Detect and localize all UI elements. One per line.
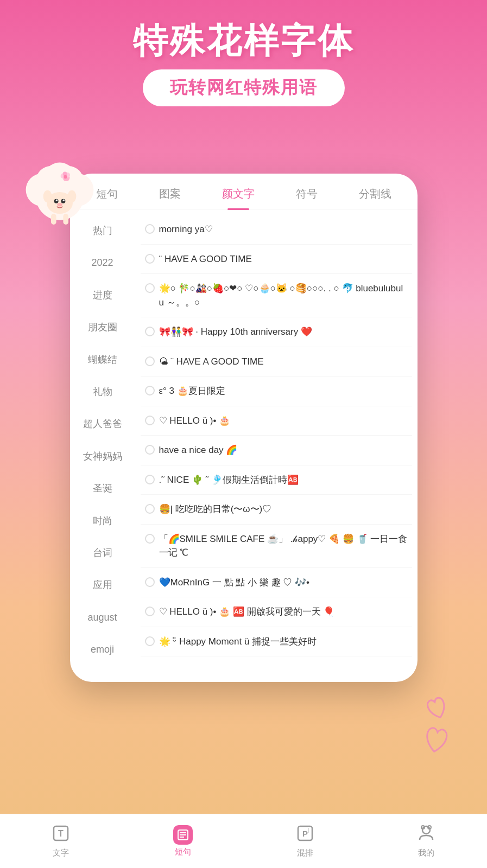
tab-分割线[interactable]: 分割线 [348, 184, 402, 203]
svg-point-30 [422, 826, 430, 834]
phrase-radio-8[interactable] [145, 475, 155, 484]
category-emoji[interactable]: emoji [70, 634, 135, 666]
phrase-text-1: ¨ HAVE A GOOD TIME [159, 252, 408, 266]
phrase-item-6[interactable]: ♡ HELLO ü )• 🎂 [141, 406, 412, 436]
category-朋友圈[interactable]: 朋友圈 [70, 311, 135, 343]
phone-frame: 短句 图案 颜文字 符号 分割线 热门 2022 进度 朋友圈 蝴蝶结 礼物 超… [70, 174, 418, 682]
phrase-item-8[interactable]: .˜ NICE 🌵 ˜ 🎐假期生活倒計時🆎 [141, 465, 412, 495]
svg-rect-20 [63, 214, 68, 225]
bottom-nav: T 文字 短句 P | 混排 [0, 814, 487, 868]
phrase-item-3[interactable]: 🎀👫🎀 · Happy 10th anniversary ❤️ [141, 317, 412, 347]
tab-分割线-label: 分割线 [359, 187, 391, 201]
phrase-text-0: morning ya♡ [159, 222, 408, 237]
category-蝴蝶结[interactable]: 蝴蝶结 [70, 344, 135, 376]
phrase-item-0[interactable]: morning ya♡ [141, 215, 412, 245]
phrase-text-13: 🌟 ᵕ̈ Happy Moment ü 捕捉一些美好时 [159, 635, 408, 649]
phrase-item-13[interactable]: 🌟 ᵕ̈ Happy Moment ü 捕捉一些美好时 [141, 627, 412, 657]
header: 特殊花样字体 玩转网红特殊用语 [0, 0, 487, 117]
phrase-text-2: 🌟○ 🎋○🎎○🍓○❤○ ♡○🧁○🐱 ○🥞○○○. . ○ 🐬 bluebulub… [159, 282, 408, 309]
category-圣诞[interactable]: 圣诞 [70, 473, 135, 505]
nav-我的[interactable]: 我的 [418, 825, 435, 858]
category-台词[interactable]: 台词 [70, 537, 135, 569]
svg-point-9 [56, 200, 58, 201]
category-进度[interactable]: 进度 [70, 279, 135, 311]
nav-短句-label: 短句 [175, 847, 191, 857]
nav-短句[interactable]: 短句 [173, 825, 193, 857]
nav-混排-icon: P | [296, 825, 314, 846]
svg-point-18 [64, 175, 67, 178]
svg-point-12 [43, 190, 52, 202]
phrase-item-2[interactable]: 🌟○ 🎋○🎎○🍓○❤○ ♡○🧁○🐱 ○🥞○○○. . ○ 🐬 bluebulub… [141, 274, 412, 317]
svg-point-11 [57, 203, 62, 206]
phrase-radio-3[interactable] [145, 327, 155, 336]
tab-图案[interactable]: 图案 [148, 184, 192, 203]
phrase-item-5[interactable]: ε° 3 🎂夏日限定 [141, 376, 412, 406]
tab-颜文字[interactable]: 颜文字 [211, 184, 265, 203]
phrase-item-11[interactable]: 💙MoRnInG 一 點 點 小 樂 趣 ♡ 🎶• [141, 568, 412, 598]
hearts-decoration [416, 692, 471, 760]
category-女神妈妈[interactable]: 女神妈妈 [70, 441, 135, 473]
category-2022[interactable]: 2022 [70, 247, 135, 279]
nav-文字[interactable]: T 文字 [52, 825, 69, 858]
phrase-radio-6[interactable] [145, 416, 155, 425]
phrase-item-10[interactable]: 「🌈SMILE SMILE CAFE ☕」 .𝒽appy♡ 🍕 🍔 🥤 一日一食… [141, 525, 412, 568]
phrase-radio-10[interactable] [145, 534, 155, 544]
content-area: 热门 2022 进度 朋友圈 蝴蝶结 礼物 超人爸爸 女神妈妈 圣诞 时尚 台词… [70, 209, 418, 671]
header-subtitle: 玩转网红特殊用语 [170, 76, 318, 100]
nav-短句-icon [173, 825, 193, 845]
phrase-item-4[interactable]: 🌤 ¨ HAVE A GOOD TIME [141, 347, 412, 377]
phrase-radio-2[interactable] [145, 283, 155, 293]
category-list: 热门 2022 进度 朋友圈 蝴蝶结 礼物 超人爸爸 女神妈妈 圣诞 时尚 台词… [70, 215, 135, 666]
phrase-radio-9[interactable] [145, 504, 155, 514]
nav-文字-label: 文字 [53, 848, 69, 858]
svg-text:T: T [58, 829, 64, 838]
category-礼物[interactable]: 礼物 [70, 376, 135, 408]
phrase-item-7[interactable]: have a nice day 🌈 [141, 436, 412, 465]
phrase-radio-11[interactable] [145, 577, 155, 587]
category-应用[interactable]: 应用 [70, 569, 135, 601]
phrase-text-7: have a nice day 🌈 [159, 443, 408, 457]
category-august[interactable]: august [70, 602, 135, 634]
phrase-radio-7[interactable] [145, 445, 155, 455]
phrase-radio-13[interactable] [145, 636, 155, 646]
category-超人爸爸[interactable]: 超人爸爸 [70, 408, 135, 440]
phrase-text-4: 🌤 ¨ HAVE A GOOD TIME [159, 355, 408, 369]
phrase-item-9[interactable]: 🍔| 吃吃吃的日常(〜ω〜)♡ [141, 495, 412, 525]
svg-text:P: P [302, 829, 308, 838]
svg-point-13 [67, 190, 76, 202]
header-title: 特殊花样字体 [11, 22, 476, 60]
nav-我的-label: 我的 [418, 848, 434, 858]
phrase-text-12: ♡ HELLO ü )• 🎂 🆎 開啟我可愛的一天 🎈 [159, 605, 408, 619]
phrase-text-6: ♡ HELLO ü )• 🎂 [159, 414, 408, 428]
nav-我的-icon [418, 825, 435, 846]
svg-point-10 [63, 200, 65, 201]
phrase-text-5: ε° 3 🎂夏日限定 [159, 384, 408, 398]
phrase-text-10: 「🌈SMILE SMILE CAFE ☕」 .𝒽appy♡ 🍕 🍔 🥤 一日一食… [159, 532, 408, 560]
phrase-item-1[interactable]: ¨ HAVE A GOOD TIME [141, 245, 412, 275]
tab-符号-label: 符号 [296, 187, 318, 201]
nav-混排-label: 混排 [297, 848, 313, 858]
tab-符号[interactable]: 符号 [285, 184, 328, 203]
tab-颜文字-label: 颜文字 [222, 187, 255, 201]
tab-图案-label: 图案 [159, 187, 181, 201]
svg-text:|: | [308, 827, 309, 833]
nav-混排[interactable]: P | 混排 [296, 825, 314, 858]
tab-bar: 短句 图案 颜文字 符号 分割线 [70, 174, 418, 209]
phrase-radio-0[interactable] [145, 224, 155, 234]
phrase-text-9: 🍔| 吃吃吃的日常(〜ω〜)♡ [159, 502, 408, 516]
phrase-radio-1[interactable] [145, 254, 155, 264]
phrase-text-3: 🎀👫🎀 · Happy 10th anniversary ❤️ [159, 325, 408, 339]
svg-rect-19 [51, 214, 56, 225]
sheep-mascot [16, 146, 103, 233]
phrase-text-8: .˜ NICE 🌵 ˜ 🎐假期生活倒計時🆎 [159, 473, 408, 487]
phrase-radio-4[interactable] [145, 356, 155, 366]
phrase-radio-5[interactable] [145, 386, 155, 395]
subtitle-wrap: 玩转网红特殊用语 [143, 69, 345, 106]
nav-文字-icon: T [52, 825, 69, 846]
phrase-item-12[interactable]: ♡ HELLO ü )• 🎂 🆎 開啟我可愛的一天 🎈 [141, 597, 412, 627]
phrase-list: morning ya♡ ¨ HAVE A GOOD TIME 🌟○ 🎋○🎎○🍓○… [135, 215, 418, 666]
phrase-text-11: 💙MoRnInG 一 點 點 小 樂 趣 ♡ 🎶• [159, 576, 408, 590]
phrase-radio-12[interactable] [145, 607, 155, 616]
category-时尚[interactable]: 时尚 [70, 505, 135, 537]
